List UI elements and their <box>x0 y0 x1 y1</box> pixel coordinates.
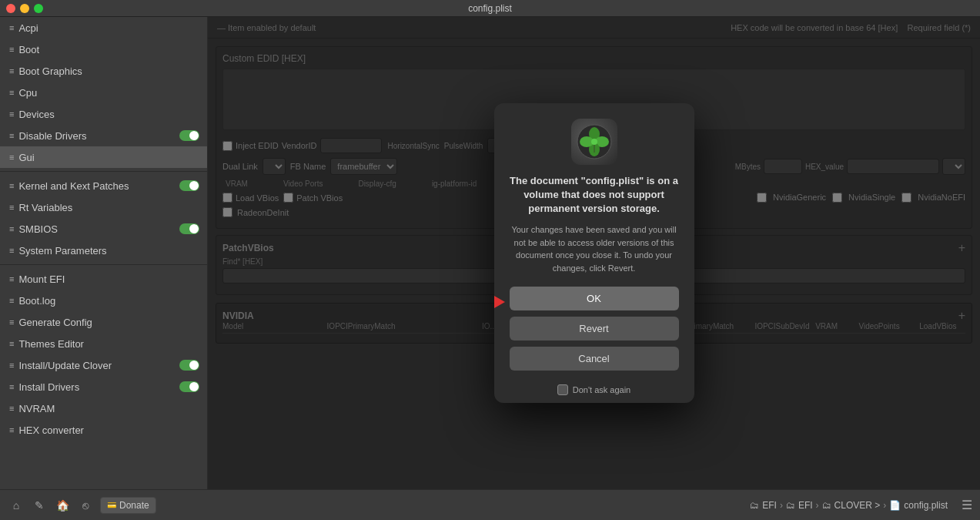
info-icon[interactable]: 🏠 <box>54 497 71 514</box>
clover-svg <box>576 123 613 160</box>
dialog-icon-container <box>510 119 679 165</box>
ok-button-container: OK <box>510 287 679 317</box>
sidebar-item-rt-variables[interactable]: ≡ Rt Variables <box>0 196 207 218</box>
sidebar-item-label: System Parameters <box>18 245 106 257</box>
breadcrumb-icon-1: 🗂 <box>750 500 759 511</box>
edit-icon[interactable]: ✎ <box>31 497 48 514</box>
list-icon: ≡ <box>9 382 14 391</box>
sidebar-item-label: Install Drivers <box>18 381 79 393</box>
breadcrumb-clover[interactable]: CLOVER > <box>835 500 881 511</box>
traffic-lights <box>6 4 43 13</box>
sidebar-item-label: NVRAM <box>18 403 55 414</box>
list-icon: ≡ <box>9 404 14 413</box>
sidebar-item-label: Disable Drivers <box>18 130 86 142</box>
sidebar-item-devices[interactable]: ≡ Devices <box>0 103 207 125</box>
maximize-button[interactable] <box>34 4 43 13</box>
sidebar-item-boot-log[interactable]: ≡ Boot.log <box>0 290 207 311</box>
dialog-overlay: The document "config.plist" is on a volu… <box>208 17 980 489</box>
sidebar-item-kernel-kext[interactable]: ≡ Kernel and Kext Patches <box>0 175 207 196</box>
hamburger-menu-button[interactable]: ☰ <box>962 498 972 512</box>
list-icon: ≡ <box>9 224 14 233</box>
bottom-bar: ⌂ ✎ 🏠 ⎋ 💳 Donate 🗂 EFI › 🗂 EFI › 🗂 CLOVE… <box>0 489 980 520</box>
dont-ask-again-checkbox[interactable] <box>557 384 568 395</box>
sidebar-item-label: Acpi <box>18 22 38 34</box>
list-icon: ≡ <box>9 45 14 54</box>
sidebar-item-label: Generate Config <box>18 317 92 328</box>
sidebar-item-install-drivers[interactable]: ≡ Install Drivers <box>0 376 207 398</box>
sidebar-item-label: Devices <box>18 109 54 120</box>
breadcrumb-icon-3: 🗂 <box>822 500 831 511</box>
list-icon: ≡ <box>9 425 14 434</box>
sidebar-item-generate-config[interactable]: ≡ Generate Config <box>0 311 207 333</box>
sidebar-item-cpu[interactable]: ≡ Cpu <box>0 82 207 103</box>
content-area: — Item enabled by default HEX code will … <box>208 17 980 489</box>
sidebar-item-acpi[interactable]: ≡ Acpi <box>0 17 207 39</box>
clover-app-icon <box>571 119 617 165</box>
sidebar-item-label: Mount EFI <box>18 273 65 285</box>
list-icon: ≡ <box>9 203 14 212</box>
donate-button[interactable]: 💳 Donate <box>100 497 156 514</box>
breadcrumb-sep-2: › <box>816 500 819 511</box>
cancel-button[interactable]: Cancel <box>510 347 679 371</box>
breadcrumb-sep-1: › <box>780 500 783 511</box>
dialog-title: The document "config.plist" is on a volu… <box>510 174 679 216</box>
close-button[interactable] <box>6 4 15 13</box>
sidebar-item-gui[interactable]: ≡ Gui <box>0 146 207 168</box>
list-icon: ≡ <box>9 317 14 327</box>
sidebar-item-label: Boot Graphics <box>18 65 82 77</box>
list-icon: ≡ <box>9 181 14 190</box>
sidebar-item-label: Install/Update Clover <box>18 360 112 371</box>
arrow-head <box>494 296 505 308</box>
list-icon: ≡ <box>9 66 14 75</box>
ok-arrow-indicator <box>494 296 505 308</box>
sidebar-item-mount-efi[interactable]: ≡ Mount EFI <box>0 268 207 290</box>
install-update-clover-toggle[interactable] <box>179 360 199 371</box>
sidebar-item-themes-editor[interactable]: ≡ Themes Editor <box>0 333 207 354</box>
list-icon: ≡ <box>9 131 14 140</box>
install-drivers-toggle[interactable] <box>179 381 199 392</box>
ok-button[interactable]: OK <box>510 287 679 310</box>
svg-point-5 <box>591 139 597 145</box>
list-icon: ≡ <box>9 361 14 370</box>
list-icon: ≡ <box>9 246 14 255</box>
breadcrumb: 🗂 EFI › 🗂 EFI › 🗂 CLOVER > › 📄 config.pl… <box>750 500 948 511</box>
list-icon: ≡ <box>9 88 14 97</box>
minimize-button[interactable] <box>20 4 29 13</box>
sidebar-divider <box>0 171 207 172</box>
sidebar-item-system-parameters[interactable]: ≡ System Parameters <box>0 240 207 261</box>
sidebar-item-smbios[interactable]: ≡ SMBIOS <box>0 218 207 240</box>
dialog: The document "config.plist" is on a volu… <box>494 103 694 404</box>
sidebar-divider-2 <box>0 264 207 265</box>
list-icon: ≡ <box>9 153 14 162</box>
sidebar-item-nvram[interactable]: ≡ NVRAM <box>0 398 207 419</box>
paypal-icon: 💳 <box>107 501 116 509</box>
list-icon: ≡ <box>9 274 14 283</box>
revert-button[interactable]: Revert <box>510 317 679 341</box>
sidebar-item-install-update-clover[interactable]: ≡ Install/Update Clover <box>0 354 207 376</box>
disable-drivers-toggle[interactable] <box>179 130 199 141</box>
share-icon[interactable]: ⎋ <box>77 497 94 514</box>
sidebar-item-hex-converter[interactable]: ≡ HEX converter <box>0 419 207 441</box>
smbios-toggle[interactable] <box>179 223 199 234</box>
home-icon[interactable]: ⌂ <box>8 497 25 514</box>
sidebar-item-disable-drivers[interactable]: ≡ Disable Drivers <box>0 125 207 146</box>
sidebar-item-boot-graphics[interactable]: ≡ Boot Graphics <box>0 60 207 82</box>
breadcrumb-efi-1[interactable]: EFI <box>762 500 777 511</box>
dont-ask-again-label: Don't ask again <box>573 385 630 394</box>
sidebar-item-label: SMBIOS <box>18 223 58 235</box>
kernel-kext-toggle[interactable] <box>179 180 199 191</box>
window-title: config.plist <box>468 3 512 14</box>
sidebar: ≡ Acpi ≡ Boot ≡ Boot Graphics ≡ Cpu ≡ De… <box>0 17 208 489</box>
breadcrumb-efi-2[interactable]: EFI <box>798 500 813 511</box>
dialog-footer: Don't ask again <box>510 377 679 403</box>
donate-label: Donate <box>119 500 149 511</box>
sidebar-item-label: Boot.log <box>18 295 55 307</box>
breadcrumb-config-plist[interactable]: config.plist <box>904 500 948 511</box>
breadcrumb-icon-4: 📄 <box>889 500 901 511</box>
sidebar-item-label: Boot <box>18 44 39 55</box>
titlebar: config.plist <box>0 0 980 17</box>
list-icon: ≡ <box>9 339 14 348</box>
sidebar-item-boot[interactable]: ≡ Boot <box>0 39 207 60</box>
dialog-body: Your changes have been saved and you wil… <box>510 223 679 274</box>
sidebar-item-label: Cpu <box>18 87 37 99</box>
